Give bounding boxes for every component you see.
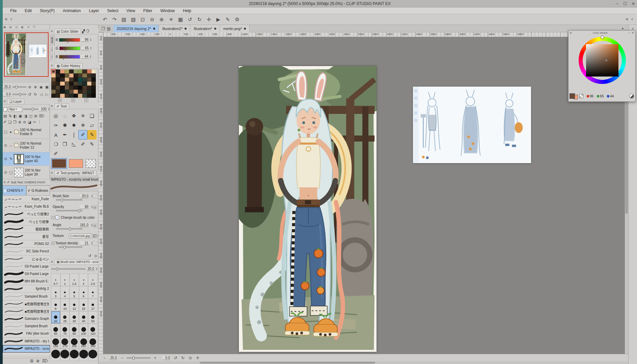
preset-drop-icon[interactable]: ↓ bbox=[93, 241, 97, 246]
main-color-swatch[interactable] bbox=[52, 159, 66, 168]
scrollbar-thumb[interactable] bbox=[200, 362, 375, 364]
tool-property-header[interactable]: ≡✐Tool property: IMPAST bbox=[50, 170, 99, 176]
color-swatch[interactable] bbox=[91, 78, 96, 82]
brush-size-70[interactable]: 70 bbox=[60, 324, 70, 336]
subview-icon[interactable]: ◫ bbox=[15, 26, 18, 29]
layer-row-layer39[interactable]: ⊙▢ 100 % NorLayer 39 bbox=[3, 166, 50, 179]
ruler-layer-icon[interactable]: ◫ bbox=[29, 114, 32, 118]
delete-subtool-icon[interactable]: ⌦ bbox=[42, 359, 48, 364]
decoration-tool[interactable]: ✵ bbox=[78, 121, 87, 130]
brush-size-25[interactable]: 25 bbox=[60, 311, 70, 324]
brush-item[interactable]: IMPASTO - dry bristle no opac bbox=[3, 338, 50, 345]
remove-icon[interactable]: ⊖ bbox=[23, 120, 26, 124]
saturation-value-square[interactable] bbox=[586, 44, 618, 77]
main-color-swatch[interactable] bbox=[570, 94, 575, 98]
document-tab[interactable]: 20260216 dayong 2* bbox=[113, 25, 159, 32]
sort-h-button[interactable]: H bbox=[58, 98, 62, 102]
auto-select-tool[interactable]: ✳ bbox=[78, 111, 87, 121]
dynamics-icon[interactable]: ◎ bbox=[93, 223, 97, 228]
channel-spinner[interactable]: ▴▾ bbox=[90, 55, 91, 58]
extra-brush-tool[interactable]: ✐ bbox=[51, 149, 60, 158]
blend-mode-select[interactable]: Nor▾ bbox=[8, 107, 22, 112]
document-tab[interactable]: Illustration* bbox=[190, 25, 220, 32]
color-swatch[interactable] bbox=[60, 90, 64, 94]
color-swatch[interactable] bbox=[69, 86, 74, 90]
redo-icon[interactable]: ↷ bbox=[111, 16, 118, 23]
layer-row-folder12[interactable]: ⊙⌐ 100 % NormalFolder 12 bbox=[3, 139, 50, 152]
channel-value-r[interactable]: 96 bbox=[81, 38, 89, 42]
titlebar[interactable]: 20260216 dayong 2* (5000 x 5000px 300dpi… bbox=[3, 0, 637, 7]
menu-file[interactable]: File bbox=[6, 8, 21, 13]
color-mode-tab-rgb[interactable]: RGB bbox=[50, 36, 55, 44]
brush-item[interactable]: fgnfnfg 2 bbox=[3, 285, 50, 293]
color-swatch[interactable] bbox=[65, 86, 69, 90]
blend-tool[interactable]: ❍ bbox=[51, 140, 60, 149]
panel-menu-icon[interactable]: ≡ bbox=[51, 260, 53, 264]
status-fit-icon[interactable]: ✛ bbox=[195, 356, 200, 360]
zoom-in-icon[interactable]: ⊕ bbox=[33, 85, 38, 89]
color-swatch[interactable] bbox=[82, 69, 87, 73]
navigator-panel[interactable] bbox=[3, 30, 50, 83]
color-swatch[interactable] bbox=[51, 86, 56, 90]
brush-size-30[interactable]: 30 bbox=[70, 311, 79, 324]
navigator-zoom-slider[interactable] bbox=[12, 86, 26, 88]
color-swatch[interactable] bbox=[87, 69, 91, 73]
brush-item[interactable]: Gamala's Graphic Marker 2 bbox=[3, 315, 50, 323]
horizontal-scrollbar[interactable] bbox=[99, 361, 628, 364]
move-order-icon[interactable]: ⇅ bbox=[8, 114, 11, 118]
channel-slider-g[interactable]: ∧ bbox=[59, 47, 80, 50]
rotate-cw-icon[interactable]: ↻ bbox=[33, 92, 38, 97]
color-swatch[interactable] bbox=[78, 73, 82, 78]
navigator-icon[interactable]: ▤ bbox=[9, 26, 12, 29]
workspace-icon[interactable]: ▤ bbox=[107, 26, 111, 31]
brush-item[interactable]: Oil Pastel Large 4 bbox=[3, 263, 50, 270]
color-swatch[interactable] bbox=[51, 69, 56, 73]
color-swatch[interactable] bbox=[60, 82, 64, 86]
spray-tool[interactable]: ✹ bbox=[70, 121, 79, 130]
history-icon[interactable]: ↺ bbox=[27, 26, 29, 29]
color-swatch[interactable] bbox=[65, 73, 69, 78]
copy-subtool-icon[interactable]: ⊕ bbox=[36, 359, 39, 364]
add-subtool-icon[interactable]: ⊞ bbox=[30, 359, 33, 364]
channel-slider-b[interactable]: ∧ bbox=[59, 55, 80, 59]
figure-tool[interactable]: ❒ bbox=[60, 140, 70, 149]
brush-item[interactable]: Kaze_Fude BLEND bbox=[3, 203, 50, 210]
texture-density-slider[interactable] bbox=[59, 246, 82, 248]
watercolor-tool[interactable]: ✎ bbox=[87, 130, 96, 140]
reset-display-icon[interactable]: ✳ bbox=[167, 16, 175, 23]
detail-settings-icon[interactable]: ⊙ bbox=[94, 254, 97, 258]
menu-help[interactable]: Help bbox=[179, 8, 195, 13]
menu-animation[interactable]: Animation bbox=[59, 8, 85, 13]
brush-size-10[interactable]: 10 bbox=[60, 299, 70, 311]
color-swatch[interactable] bbox=[56, 90, 60, 94]
dock-collapse-right[interactable]: « ‹ bbox=[626, 16, 633, 22]
brush-size-large[interactable] bbox=[70, 348, 79, 361]
color-swatch[interactable] bbox=[56, 82, 60, 86]
brush-item[interactable]: ■荒廃明度筆圧管理 3 bbox=[3, 308, 50, 315]
status-rotation-value[interactable]: 0.0 bbox=[163, 356, 171, 360]
color-swatch[interactable] bbox=[60, 73, 64, 78]
menu-select[interactable]: Select bbox=[103, 8, 122, 13]
layer-texture-slider[interactable] bbox=[23, 109, 38, 110]
brush-item[interactable]: べっとり絵筆 bbox=[3, 218, 50, 225]
field-spinner[interactable]: ▴▾ bbox=[91, 205, 92, 209]
brush-item[interactable]: Kaze_Fude bbox=[3, 195, 50, 203]
lock-alpha-icon[interactable]: ▣ bbox=[19, 114, 22, 118]
color-swatch[interactable] bbox=[56, 94, 60, 98]
field-spinner[interactable]: ▴▾ bbox=[91, 194, 92, 198]
color-mode-toggle-icon[interactable] bbox=[629, 94, 634, 98]
color-history-header[interactable]: ≡▦Color History bbox=[50, 63, 99, 69]
canvas-document[interactable] bbox=[239, 66, 377, 352]
menu-window[interactable]: Window bbox=[156, 8, 179, 13]
mixer-icon[interactable]: ▞ bbox=[82, 29, 85, 33]
rotate-cw-icon[interactable]: ↻ bbox=[196, 16, 203, 23]
brush-size-120[interactable]: 120 bbox=[88, 324, 98, 336]
brush-item[interactable]: Sampled Brush 33 2 bbox=[3, 293, 50, 300]
color-swatch[interactable] bbox=[56, 73, 60, 78]
brush-size-1.5[interactable]: 1.5 bbox=[70, 274, 79, 286]
color-swatch[interactable] bbox=[82, 90, 87, 94]
edit-checkbox[interactable]: ▢ bbox=[9, 170, 13, 175]
expand-plus-icon[interactable]: + bbox=[51, 216, 54, 219]
close-panel-icon[interactable]: ✕ bbox=[632, 31, 634, 34]
color-swatch[interactable] bbox=[74, 82, 78, 86]
